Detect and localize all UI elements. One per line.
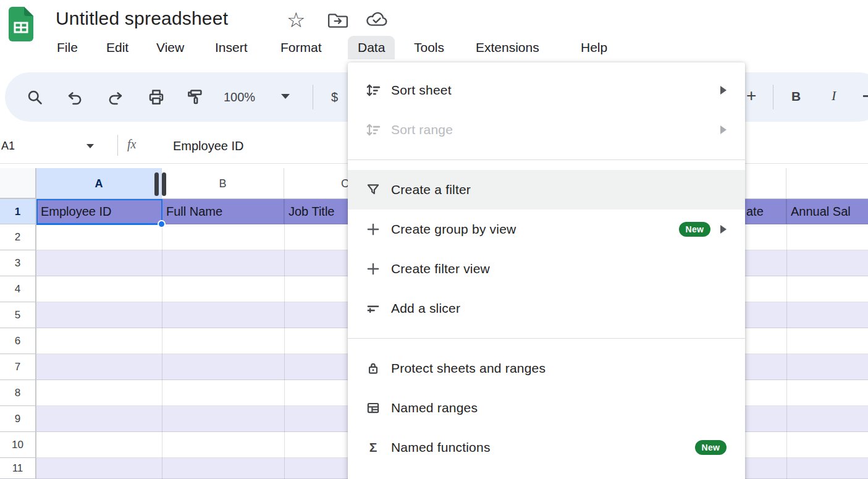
row-header[interactable]: 7 [0, 354, 36, 380]
menu-item-label: Add a slicer [391, 301, 727, 316]
menu-item-sort-range[interactable]: Sort range [348, 110, 745, 150]
plus-button[interactable]: + [746, 86, 756, 106]
gridline [786, 199, 787, 479]
menubar-item-file[interactable]: File [56, 36, 79, 59]
menubar-item-edit[interactable]: Edit [105, 36, 130, 59]
plus-icon [365, 261, 381, 277]
italic-button[interactable]: I [832, 88, 836, 104]
menubar-item-insert[interactable]: Insert [214, 36, 249, 59]
menu-item-create-filter-view[interactable]: Create filter view [348, 249, 745, 289]
name-box[interactable]: A1 [1, 140, 15, 153]
column-header[interactable]: B [162, 168, 284, 199]
name-box-arrow-icon[interactable] [86, 144, 94, 148]
submenu-arrow-icon [720, 86, 727, 95]
row-header[interactable]: 5 [0, 302, 36, 328]
menu-item-label: Create filter view [391, 261, 727, 276]
column-resize-handle[interactable] [162, 172, 166, 196]
select-all-corner[interactable] [0, 168, 36, 199]
table-icon [365, 400, 381, 416]
menu-item-label: Sort range [391, 122, 710, 137]
row-header[interactable]: 6 [0, 328, 36, 354]
menu-item-label: Protect sheets and ranges [391, 361, 727, 376]
formula-input[interactable]: Employee ID [173, 139, 244, 153]
menubar-item-tools[interactable]: Tools [413, 36, 445, 59]
column-header[interactable]: F [786, 168, 868, 199]
menu-item-label: Named ranges [391, 401, 727, 415]
menu-item-create-group-by-view[interactable]: Create group by view New [348, 210, 745, 249]
zoom-level[interactable]: 100% [224, 90, 255, 104]
bold-button[interactable]: B [791, 89, 801, 104]
strikethrough-icon[interactable] [863, 95, 868, 97]
row-header[interactable]: 10 [0, 432, 36, 458]
plus-icon [365, 221, 381, 237]
menu-item-sort-sheet[interactable]: Sort sheet [348, 70, 745, 110]
search-icon[interactable] [26, 88, 43, 106]
menubar-item-data[interactable]: Data [348, 36, 395, 59]
data-menu: Sort sheet Sort range [348, 62, 745, 479]
menu-item-named-functions[interactable]: Σ Named functions New [348, 428, 745, 467]
gridline [162, 199, 162, 479]
new-badge: New [679, 222, 710, 237]
column-header[interactable]: A [36, 168, 162, 199]
menubar-item-format[interactable]: Format [279, 36, 323, 59]
undo-icon[interactable] [67, 89, 84, 106]
menubar-item-view[interactable]: View [155, 36, 185, 59]
row-header[interactable]: 2 [0, 224, 36, 250]
sort-icon [365, 122, 381, 138]
new-badge: New [695, 440, 727, 455]
menu-item-named-ranges[interactable]: Named ranges [348, 388, 745, 428]
row-header[interactable]: 11 [0, 458, 36, 479]
currency-format-button[interactable]: $ [331, 90, 338, 104]
paint-format-icon[interactable] [186, 88, 204, 106]
row-header[interactable]: 3 [0, 250, 36, 276]
toolbar-divider [313, 85, 313, 109]
submenu-arrow-icon [720, 125, 727, 134]
row-header[interactable]: 8 [0, 380, 36, 406]
selected-cell-outline [36, 199, 162, 225]
menu-item-protect-sheets-and-ranges[interactable]: Protect sheets and ranges [348, 349, 745, 388]
cloud-status-icon[interactable] [364, 11, 389, 28]
menu-divider [348, 338, 745, 339]
print-icon[interactable] [147, 88, 166, 106]
sort-icon [365, 82, 381, 98]
document-title[interactable]: Untitled spreadsheet [56, 8, 228, 29]
google-sheets-window: Untitled spreadsheet ☆ File Edit View In… [0, 0, 868, 479]
menu-item-label: Sort sheet [391, 83, 710, 98]
grid-cell[interactable]: Annual Sal [786, 199, 868, 224]
gridline [284, 199, 285, 479]
sigma-icon: Σ [365, 439, 381, 456]
row-header[interactable]: 1 [0, 199, 36, 224]
menu-item-label: Create a filter [391, 182, 727, 197]
fill-handle[interactable] [158, 220, 166, 228]
row-header[interactable]: 4 [0, 276, 36, 302]
grid-cell[interactable]: Full Name [162, 199, 284, 224]
menubar-item-help[interactable]: Help [579, 36, 609, 59]
column-resize-handle[interactable] [154, 172, 159, 196]
menu-item-add-a-slicer[interactable]: Add a slicer [348, 289, 745, 328]
filter-icon [365, 182, 381, 198]
fx-icon: fx [127, 137, 136, 151]
lock-icon [365, 360, 381, 376]
menu-item-label: Named functions [391, 440, 688, 455]
menu-item-label: Create group by view [391, 222, 672, 237]
redo-icon[interactable] [106, 89, 124, 106]
menu-item-create-a-filter[interactable]: Create a filter [348, 170, 745, 210]
toolbar-divider [773, 85, 773, 109]
slicer-icon [365, 300, 381, 316]
star-icon[interactable]: ☆ [287, 7, 305, 32]
formula-bar-divider [117, 135, 118, 156]
submenu-arrow-icon [720, 225, 727, 234]
zoom-dropdown-arrow-icon[interactable] [281, 94, 290, 99]
menubar-item-extensions[interactable]: Extensions [474, 36, 541, 59]
row-header[interactable]: 9 [0, 406, 36, 432]
menu-divider [348, 159, 745, 160]
sheets-logo[interactable] [9, 6, 33, 42]
move-folder-icon[interactable] [327, 12, 348, 29]
